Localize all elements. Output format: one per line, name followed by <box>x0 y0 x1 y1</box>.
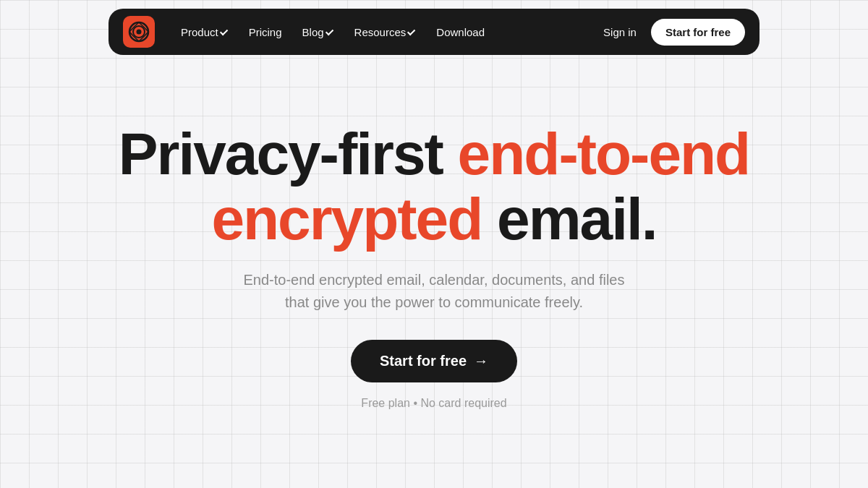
hero-headline: Privacy-first end-to-end encrypted email… <box>119 121 749 252</box>
nav-item-resources[interactable]: Resources <box>346 20 425 44</box>
logo-icon[interactable] <box>123 16 155 48</box>
headline-part2: encrypted <box>211 186 497 252</box>
chevron-down-icon <box>326 27 333 35</box>
nav-item-download[interactable]: Download <box>427 20 493 44</box>
nav-items: Product Pricing Blog Resources Download <box>172 20 595 44</box>
cta-arrow-icon: → <box>474 353 488 369</box>
hero-section: Privacy-first end-to-end encrypted email… <box>0 64 868 410</box>
headline-part1: Privacy-first <box>119 121 458 187</box>
nav-item-blog[interactable]: Blog <box>294 20 343 44</box>
svg-point-2 <box>137 30 142 35</box>
hero-subtext: End-to-end encrypted email, calendar, do… <box>231 269 637 314</box>
nav-item-pricing[interactable]: Pricing <box>240 20 291 44</box>
hero-note: Free plan • No card required <box>361 397 506 410</box>
navbar: Product Pricing Blog Resources Download … <box>109 9 760 55</box>
chevron-down-icon <box>220 27 228 35</box>
sign-in-button[interactable]: Sign in <box>595 20 645 44</box>
nav-item-product[interactable]: Product <box>172 20 237 44</box>
nav-right: Sign in Start for free <box>595 19 745 46</box>
headline-part3: email. <box>497 186 656 252</box>
start-free-nav-button[interactable]: Start for free <box>651 19 745 46</box>
logo-container[interactable] <box>123 16 155 48</box>
cta-label: Start for free <box>380 353 467 369</box>
hero-cta-button[interactable]: Start for free → <box>351 340 517 382</box>
chevron-down-icon <box>407 27 415 35</box>
headline-highlight: end-to-end <box>458 121 750 187</box>
